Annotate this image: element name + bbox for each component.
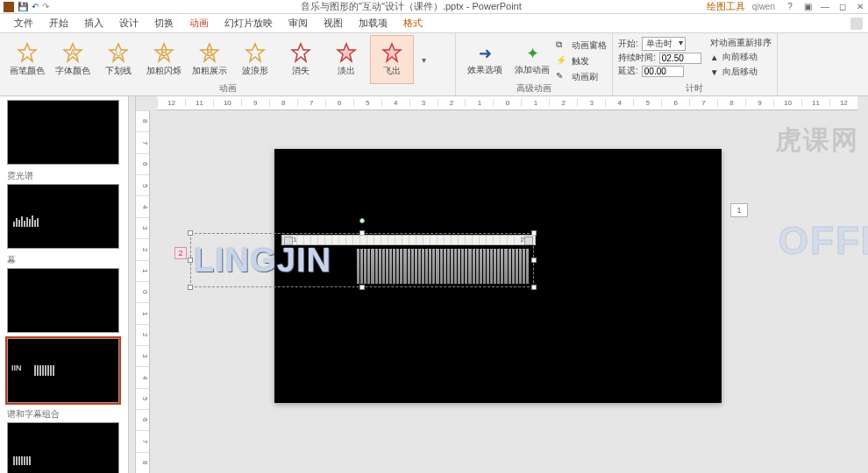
signin-icon[interactable]: [850, 18, 863, 30]
contextual-tab-label: 绘图工具: [700, 0, 752, 13]
star-icon: [290, 42, 311, 63]
close-icon[interactable]: ✕: [852, 2, 868, 11]
duration-input[interactable]: [659, 53, 701, 64]
move-earlier-button[interactable]: ▲向前移动: [710, 50, 772, 64]
animation-order-badge: 1: [730, 203, 748, 217]
resize-handle[interactable]: [188, 258, 193, 263]
delay-label: 延迟:: [618, 65, 638, 77]
quick-access-toolbar: 💾 ↶ ↷: [0, 2, 123, 12]
anim-underline[interactable]: U下划线: [96, 35, 140, 84]
canvas[interactable]: 虎课网 1 2 1 2 LINGJIN OFFI: [152, 110, 868, 473]
anim-brush-color[interactable]: 画笔颜色: [5, 35, 49, 84]
watermark-logo: 虎课网: [775, 123, 859, 159]
anim-font-color[interactable]: A字体颜色: [51, 35, 95, 84]
group-label-timing: 计时: [613, 82, 777, 95]
group-label-advanced: 高级动画: [456, 82, 612, 95]
group-label-animation: 动画: [0, 82, 455, 95]
resize-handle[interactable]: [188, 285, 193, 290]
anim-gallery-more[interactable]: ▾: [416, 35, 431, 84]
svg-text:A: A: [70, 48, 76, 58]
animation-tag[interactable]: 2: [174, 247, 187, 259]
star-icon: [245, 42, 266, 63]
group-timing: 开始:单击时▾ 持续时间: 延迟: 对动画重新排序 ▲向前移动 ▼向后移动 计时: [613, 33, 778, 95]
horizontal-ruler: 1211109876543210123456789101112: [157, 96, 857, 110]
slide-thumbnails-panel[interactable]: 霓光谱 幕 IIN 谱和字幕组合: [0, 96, 129, 473]
svg-text:B: B: [206, 48, 212, 58]
slide-thumb-selected[interactable]: IIN: [7, 338, 119, 403]
user-name: qiwen: [752, 2, 775, 11]
anim-bold-flash[interactable]: B加粗闪烁: [142, 35, 186, 84]
star-icon: B: [153, 42, 174, 63]
star-icon: U: [108, 42, 129, 63]
svg-marker-12: [383, 44, 401, 61]
tab-slideshow[interactable]: 幻灯片放映: [217, 14, 280, 32]
star-icon: [381, 42, 402, 63]
slide-thumb[interactable]: [7, 422, 119, 473]
tab-view[interactable]: 视图: [317, 14, 350, 32]
tab-review[interactable]: 审阅: [281, 14, 315, 32]
animation-pane-button[interactable]: ⧉动画窗格: [556, 39, 607, 53]
title-bar: 💾 ↶ ↷ 音乐与图形的"互动"设计（课件）.pptx - PowerPoint…: [0, 0, 868, 14]
resize-handle[interactable]: [531, 285, 537, 290]
group-animation: 画笔颜色 A字体颜色 U下划线 B加粗闪烁 B加粗展示 波浪形 消失 淡出 飞出…: [0, 33, 456, 95]
tab-file[interactable]: 文件: [7, 14, 40, 32]
star-icon: [336, 42, 357, 63]
star-plus-icon: ✦: [522, 43, 543, 64]
effect-options-button[interactable]: ➜ 效果选项: [461, 35, 509, 84]
anim-bold-reveal[interactable]: B加粗展示: [188, 35, 231, 84]
tab-transitions[interactable]: 切换: [147, 14, 181, 32]
resize-handle[interactable]: [531, 258, 537, 263]
resize-handle[interactable]: [359, 285, 365, 290]
slide-thumb[interactable]: [7, 184, 119, 249]
svg-marker-9: [246, 44, 264, 61]
anim-flyout[interactable]: 飞出: [370, 35, 414, 84]
start-label: 开始:: [618, 38, 638, 50]
reorder-title: 对动画重新排序: [710, 37, 772, 49]
maximize-icon[interactable]: ◻: [835, 2, 850, 11]
section-label: 谱和字幕组合: [7, 408, 121, 420]
move-later-button[interactable]: ▼向后移动: [710, 65, 772, 79]
qat-redo-icon[interactable]: ↷: [42, 2, 49, 11]
add-animation-button[interactable]: ✦ 添加动画: [509, 35, 556, 84]
panel-splitter[interactable]: [129, 96, 136, 473]
delay-input[interactable]: [642, 66, 684, 77]
svg-marker-11: [338, 44, 355, 61]
tab-addins[interactable]: 加载项: [352, 14, 395, 32]
tab-home[interactable]: 开始: [42, 14, 75, 32]
anim-wave[interactable]: 波浪形: [233, 35, 277, 84]
anim-disappear[interactable]: 消失: [279, 35, 323, 84]
star-icon: [17, 42, 38, 63]
slide-text[interactable]: LINGJIN: [194, 242, 331, 279]
minimize-icon[interactable]: —: [817, 2, 833, 11]
svg-marker-0: [18, 44, 36, 61]
slide-thumb[interactable]: [7, 100, 119, 165]
trigger-button[interactable]: ⚡触发: [556, 54, 607, 68]
anim-fade[interactable]: 淡出: [324, 35, 368, 84]
qat-save-icon[interactable]: 💾: [18, 2, 28, 11]
qat-undo-icon[interactable]: ↶: [32, 2, 39, 11]
workspace: 霓光谱 幕 IIN 谱和字幕组合 12111098765432101234567…: [0, 96, 868, 473]
chevron-down-icon: ▾: [422, 55, 426, 65]
watermark-right: OFFI: [779, 219, 868, 263]
tab-animations[interactable]: 动画: [182, 14, 216, 32]
svg-text:B: B: [160, 48, 167, 58]
rotate-handle[interactable]: [359, 218, 365, 223]
window-controls: qiwen ? ▣ — ◻ ✕: [752, 2, 868, 11]
tab-design[interactable]: 设计: [112, 14, 146, 32]
arrow-down-icon: ▼: [710, 67, 719, 77]
bars-graphic[interactable]: [357, 249, 529, 284]
pane-icon: ⧉: [556, 39, 568, 52]
start-dropdown[interactable]: 单击时▾: [642, 37, 686, 51]
trigger-icon: ⚡: [556, 55, 568, 67]
arrow-up-icon: ▲: [710, 53, 719, 62]
tab-format[interactable]: 格式: [396, 14, 430, 32]
slide-editor: 1211109876543210123456789101112 87654321…: [136, 96, 868, 473]
help-icon[interactable]: ?: [782, 2, 798, 11]
resize-handle[interactable]: [188, 230, 193, 236]
slide-thumb[interactable]: [7, 268, 119, 333]
tab-insert[interactable]: 插入: [77, 14, 110, 32]
ribbon-options-icon[interactable]: ▣: [800, 2, 815, 11]
group-advanced-animation: ➜ 效果选项 ✦ 添加动画 ⧉动画窗格 ⚡触发 ✎动画刷 高级动画: [456, 33, 613, 95]
app-icon: [4, 2, 14, 12]
window-title: 音乐与图形的"互动"设计（课件）.pptx - PowerPoint: [123, 0, 700, 13]
